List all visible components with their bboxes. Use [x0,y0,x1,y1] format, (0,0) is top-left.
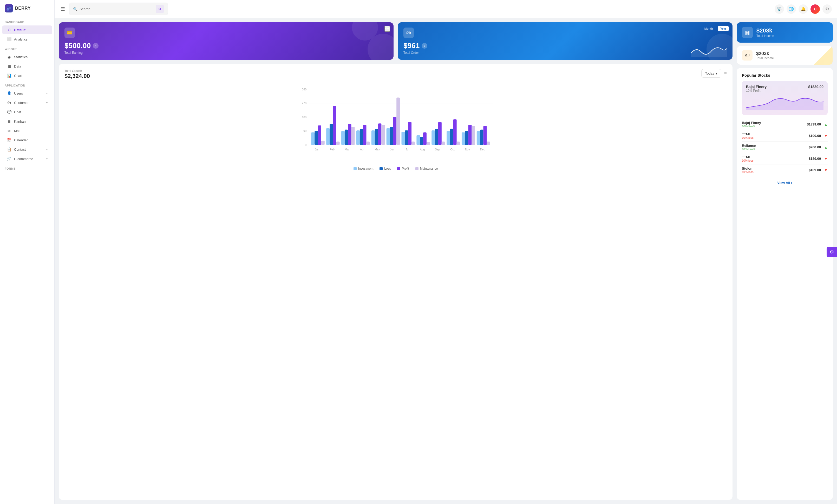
svg-rect-30 [387,128,390,145]
year-button[interactable]: Year [718,26,729,31]
customer-icon: 🛍 [7,100,12,105]
legend-dot-profit [397,167,400,170]
trend-down-arrow: ▼ [824,134,827,138]
svg-rect-55 [480,130,483,145]
order-icon: 🛍 [404,27,414,38]
featured-stock-price: $1839.00 [808,85,823,89]
filter-button[interactable]: ⚙ [156,5,164,13]
stock-row: TTML 10% loss $100.00 ▼ [742,130,827,142]
sidebar-item-analytics[interactable]: ⬜ Analytics [2,35,52,44]
svg-rect-34 [402,132,405,145]
chevron-down-icon: ▾ [46,157,48,160]
chevron-down-icon: ▾ [46,101,48,104]
sidebar-item-customer[interactable]: 🛍 Customer ▾ [2,98,52,107]
section-dashboard: Dashboard [0,17,54,25]
order-label: Total Order [404,51,727,55]
chevron-down-icon: ▾ [46,148,48,151]
featured-stock-chart [746,95,823,111]
bar-chart-container: 360 270 180 90 0 [65,83,727,162]
menu-toggle-button[interactable]: ☰ [60,5,66,13]
earning-amount: $500.00 ↑ [65,41,388,50]
stocks-menu-button[interactable]: ··· [823,73,827,77]
today-button[interactable]: Today ▾ [701,69,722,78]
sidebar-item-chart[interactable]: 📊 Chart [2,71,52,80]
search-input[interactable] [79,7,154,11]
sidebar-item-label: Calendar [14,138,28,142]
chart-legend: Investment Loss Profit Maintenance [65,165,727,170]
sidebar-item-label: Contact [14,148,26,151]
earning-menu-button[interactable]: ••• [385,26,390,32]
earning-card: 💳 ••• $500.00 ↑ Total Earning [59,22,394,60]
analytics-icon: ⬜ [7,37,12,41]
featured-stock-area: Bajaj Finery 10% Profit $1839.00 [742,81,827,115]
translate-button[interactable]: 🌐 [787,4,796,14]
svg-rect-42 [431,130,435,145]
svg-rect-37 [411,142,415,145]
view-all-button[interactable]: View All › [742,179,827,187]
sidebar-item-label: Customer [14,101,29,105]
svg-rect-50 [462,132,465,145]
earning-label: Total Earning [65,51,388,55]
chevron-down-icon: ▾ [716,72,717,75]
stock-right: $100.00 ▼ [809,134,827,138]
svg-rect-22 [356,130,360,145]
svg-rect-25 [367,142,370,145]
svg-rect-12 [318,126,321,145]
stock-info: Bajaj Finery 10% Profit [742,121,761,128]
stock-rows: Bajaj Finery 10% Profit $1839.00 ▲ TTML … [742,119,827,175]
sidebar-item-label: Statistics [14,55,28,59]
avatar[interactable]: U [811,4,820,14]
sidebar-item-mail[interactable]: ✉ Mail [2,126,52,135]
trend-down-badge: ↓ [422,43,427,49]
sidebar-item-contact[interactable]: 📋 Contact ▾ [2,145,52,154]
legend-loss: Loss [379,167,391,170]
svg-rect-54 [477,131,480,145]
app-name: BERRY [15,6,31,11]
sidebar-item-default[interactable]: ⊙ Default [2,25,52,34]
sidebar-item-data[interactable]: ▦ Data [2,62,52,71]
svg-rect-27 [375,129,378,145]
svg-rect-33 [396,98,400,145]
settings-header-button[interactable]: ⚙ [822,4,832,14]
stocks-title: Popular Stocks [742,73,770,77]
income-card-top: ▦ $203k Total Income [737,22,833,43]
content-right: ▦ $203k Total Income 🏷 $203k Total Incom… [737,22,833,500]
income-bottom-icon: 🏷 [742,50,752,60]
sidebar-item-ecommerce[interactable]: 🛒 E-commerce ▾ [2,154,52,163]
notifications-button[interactable]: 🔔 [799,4,808,14]
sidebar-item-kanban[interactable]: ⊞ Kanban [2,117,52,126]
chart-icon: 📊 [7,74,12,78]
month-button[interactable]: Month [702,26,716,31]
svg-rect-51 [465,131,468,145]
svg-rect-24 [363,125,367,145]
stat-cards-row: 💳 ••• $500.00 ↑ Total Earning 🛍 Month Ye… [59,22,732,60]
svg-rect-41 [427,142,430,145]
sidebar-item-users[interactable]: 👤 Users ▾ [2,89,52,98]
svg-rect-46 [447,131,450,145]
income-top-amount: $203k [756,27,774,34]
svg-rect-18 [341,131,345,145]
sidebar-item-calendar[interactable]: 📅 Calendar [2,136,52,145]
sidebar-item-statistics[interactable]: ◉ Statistics [2,53,52,61]
svg-text:Sep: Sep [435,148,440,151]
sidebar-item-chat[interactable]: 💬 Chat [2,108,52,116]
main-content: 💳 ••• $500.00 ↑ Total Earning 🛍 Month Ye… [55,18,837,504]
header: ☰ 🔍 ⚙ 📡 🌐 🔔 U ⚙ [55,0,837,18]
stock-row: Stolon 10% loss $189.00 ▼ [742,165,827,175]
svg-rect-36 [408,122,411,145]
section-widget: Widget [0,44,54,52]
legend-dot-investment [354,167,357,170]
sidebar-item-label: Chart [14,74,22,78]
order-card: 🛍 Month Year $961 ↓ Total Order [398,22,732,60]
chart-menu-icon[interactable]: ≡ [724,71,727,76]
kanban-icon: ⊞ [7,119,12,124]
sidebar: 🫐 BERRY Dashboard ⊙ Default ⬜ Analytics … [0,0,55,504]
sidebar-item-label: Users [14,91,23,95]
svg-text:Dec: Dec [480,148,485,151]
earning-icon: 💳 [65,27,75,38]
svg-text:0: 0 [305,144,306,147]
signal-button[interactable]: 📡 [774,4,784,14]
svg-rect-49 [457,142,460,145]
settings-fab-button[interactable]: ⚙ [826,247,837,257]
featured-stock-profit: 10% Profit [746,89,823,93]
